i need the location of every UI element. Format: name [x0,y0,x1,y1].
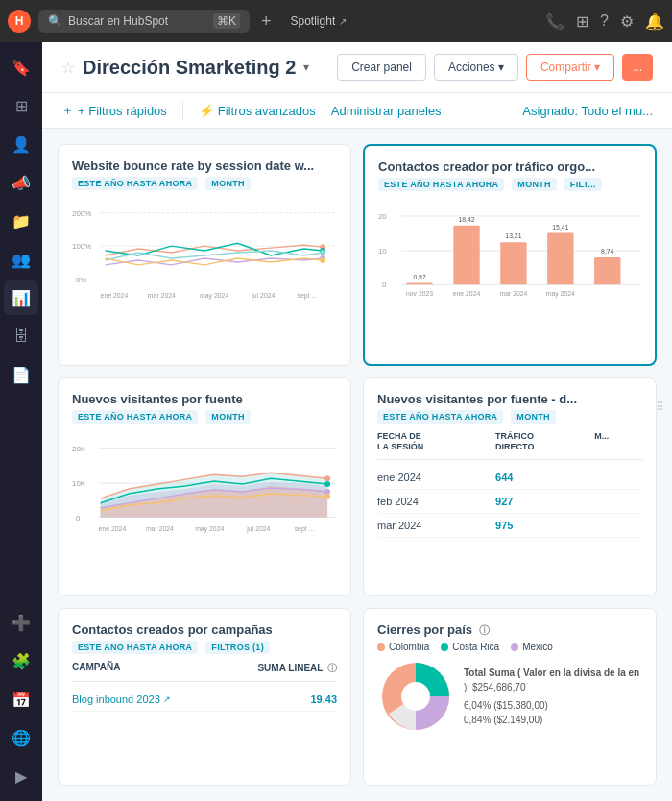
svg-text:jul 2024: jul 2024 [246,525,270,533]
ct-badge-3: FILT... [564,178,602,191]
col-fecha: FECHA DELA SESIÓN [377,431,492,453]
nv-table-header: FECHA DELA SESIÓN TRÁFICODIRECTO M... [377,431,642,460]
svg-text:13,21: 13,21 [505,232,521,239]
sidebar-item-reports[interactable]: 📊 [4,280,38,315]
svg-text:20K: 20K [72,444,86,452]
sidebar-item-add[interactable]: ➕ [4,605,38,640]
title-dropdown-icon[interactable]: ▾ [303,61,309,74]
svg-text:mar 2024: mar 2024 [146,525,174,532]
pie-chart-svg [377,658,454,735]
sidebar-item-files[interactable]: 📄 [4,357,38,392]
mexico-dot [511,643,518,651]
star-icon[interactable]: ☆ [61,59,75,77]
bounce-chart-svg: 200% 100% 0% ene 2024 mar 2024 may 2024 … [72,198,337,313]
svg-point-15 [320,257,325,263]
svg-text:0: 0 [76,513,81,522]
table-row: mar 2024 975 [377,514,642,538]
extra-button[interactable]: ... [622,54,653,81]
notifications-icon[interactable]: 🔔 [645,12,664,31]
nv-badge-1: ESTE AÑO HASTA AHORA [72,410,198,424]
bounce-rate-badges: ESTE AÑO HASTA AHORA MONTH [72,177,337,190]
sidebar-item-globe[interactable]: 🌐 [4,720,38,755]
svg-rect-22 [406,282,432,284]
external-link-icon: ↗ [163,694,171,704]
sidebar: 🔖 ⊞ 👤 📣 📁 👥 📊 🗄 📄 ➕ 🧩 📅 🌐 ▶ [0,42,42,801]
sidebar-item-contacts[interactable]: 👤 [4,127,38,161]
contactos-bar-chart: 20 10 0 0,97 nov 2023 1 [378,199,641,314]
page-title-container: ☆ Dirección Smarketing 2 ▾ [61,57,309,79]
table-row: feb 2024 927 [377,490,642,514]
search-placeholder: Buscar en HubSpot [68,14,168,28]
table-row: ene 2024 644 [377,466,642,490]
total-label: Total Suma ( Valor en la divisa de la en [464,666,639,680]
actions-button[interactable]: Acciones ▾ [434,54,518,81]
help-icon[interactable]: ? [600,12,609,30]
assigned-value[interactable]: Todo el mu... [582,104,653,118]
info-icon-cierres: ⓘ [479,624,490,636]
nv-fuente-table-card: Nuevos visitantes por fuente - d... ESTE… [363,377,657,597]
info-icon: ⓘ [327,663,337,673]
svg-text:10: 10 [378,247,387,255]
settings-icon[interactable]: ⚙ [620,12,634,31]
bounce-badge-2: MONTH [205,177,251,190]
sidebar-item-grid[interactable]: ⊞ [4,88,38,123]
campaign-value: 19,43 [204,693,337,705]
bounce-badge-1: ESTE AÑO HASTA AHORA [72,177,198,190]
total-value: ): $254,686,70 [464,680,639,694]
assigned-filter: Asignado: Todo el mu... [522,104,653,118]
campaign-link[interactable]: Blog inbound 2023 ↗ [72,693,204,705]
contactos-trafico-title: Contactos creador por tráfico orgo... [378,159,641,174]
sidebar-item-groups[interactable]: 👥 [4,242,38,277]
page-header: ☆ Dirección Smarketing 2 ▾ Crear panel A… [42,42,672,93]
svg-text:may 2024: may 2024 [200,292,228,300]
external-link-icon: ↗ [339,16,347,27]
legend-colombia: Colombia [377,642,429,652]
campanas-badge-2: FILTROS (1) [205,641,270,654]
pie-legend: Colombia Costa Rica Mexico [377,642,642,652]
pie-summary: Total Suma ( Valor en la divisa de la en… [464,666,639,727]
sidebar-item-calendar[interactable]: 📅 [4,682,38,716]
svg-text:ene 2024: ene 2024 [453,290,481,297]
apps-icon[interactable]: ⊞ [576,12,588,31]
contactos-trafico-badges: ESTE AÑO HASTA AHORA MONTH FILT... [378,178,641,191]
search-bar[interactable]: 🔍 Buscar en HubSpot ⌘K [38,10,250,33]
app-logo: H [8,10,31,33]
spotlight-button[interactable]: Spotlight ↗ [291,14,348,28]
svg-point-13 [320,250,325,255]
manage-panels-link[interactable]: Administrar paneles [331,104,442,118]
filters-bar: ＋ + Filtros rápidos ⚡ Filtros avanzados … [42,93,672,129]
nv-area-chart: 20K 10K 0 [72,431,337,546]
cell-fecha-2: feb 2024 [377,496,492,507]
col-suma: SUMA LINEAL ⓘ [204,662,337,675]
svg-text:15,41: 15,41 [552,224,568,231]
sidebar-item-marketing[interactable]: 📣 [4,165,38,200]
sidebar-item-database[interactable]: 🗄 [4,319,38,353]
cell-m-3 [594,520,642,531]
advanced-filters-button[interactable]: ⚡ Filtros avanzados [199,104,316,118]
ct-badge-2: MONTH [512,178,557,191]
sidebar-item-folder[interactable]: 📁 [4,204,38,238]
campaign-link-cell: Blog inbound 2023 ↗ [72,693,204,705]
colombia-dot [377,643,385,651]
filter-icon: ⚡ [199,104,214,118]
contactos-trafico-card: Contactos creador por tráfico orgo... ES… [363,144,657,366]
header-actions: Crear panel Acciones ▾ Compartir ▾ ... [337,54,653,81]
add-nav-button[interactable]: + [257,12,276,32]
sidebar-item-bookmark[interactable]: 🔖 [4,50,38,85]
svg-rect-28 [500,242,526,284]
sidebar-item-extensions[interactable]: 🧩 [4,643,38,678]
contactos-chart-svg: 20 10 0 0,97 nov 2023 1 [378,199,641,314]
nav-icons: 📞 ⊞ ? ⚙ 🔔 [545,12,664,31]
svg-text:8,74: 8,74 [601,248,614,255]
pie-row1: 6,04% ($15.380,00) [464,698,639,713]
svg-rect-25 [453,226,479,285]
quick-filters-button[interactable]: ＋ + Filtros rápidos [61,102,167,119]
sidebar-item-expand[interactable]: ▶ [4,759,38,793]
create-panel-button[interactable]: Crear panel [337,54,426,81]
phone-icon[interactable]: 📞 [545,12,564,31]
svg-text:mar 2024: mar 2024 [148,292,176,299]
filter-divider [182,101,183,120]
nvf-badges: ESTE AÑO HASTA AHORA MONTH [377,410,642,424]
dashboard-grid: Website bounce rate by session date w...… [42,129,672,801]
share-button[interactable]: Compartir ▾ [526,54,614,81]
